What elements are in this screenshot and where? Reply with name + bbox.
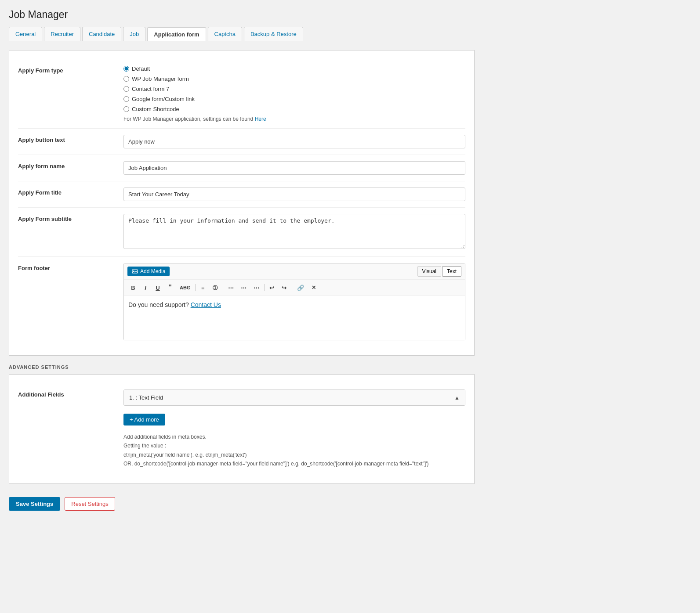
apply-form-name-row: Apply form name — [18, 155, 465, 181]
tab-job[interactable]: Job — [123, 27, 145, 41]
toolbar-sep-1 — [195, 284, 196, 291]
tab-application-form[interactable]: Application form — [147, 27, 206, 41]
editor-content-text: Do you need support? — [128, 301, 189, 308]
advanced-settings-header: ADVANCED SETTINGS — [9, 364, 475, 370]
remove-button[interactable]: ✕ — [308, 283, 319, 292]
apply-form-type-label: Apply Form type — [18, 65, 123, 74]
radio-custom-shortcode-label: Custom Shortcode — [132, 106, 179, 112]
apply-form-title-control — [123, 188, 465, 201]
advanced-settings-container: Additional Fields 1. : Text Field ▲ + Ad… — [9, 374, 475, 484]
hint-line-3: ctrljm_meta('your field name'). e.g. ctr… — [123, 451, 465, 459]
radio-custom-shortcode[interactable]: Custom Shortcode — [123, 106, 465, 112]
apply-form-type-hint: For WP Job Manager application, settings… — [123, 116, 465, 122]
bold-button[interactable]: B — [127, 283, 139, 293]
radio-contact-form-7[interactable]: Contact form 7 — [123, 86, 465, 92]
strikethrough-button[interactable]: ABC — [177, 283, 193, 292]
editor-toolbar: B I U " ABC ≡ ➀ ⋯ ⋯ ⋯ ↩ ↪ — [124, 280, 465, 296]
apply-button-text-input[interactable] — [123, 135, 465, 148]
underline-button[interactable]: U — [152, 283, 163, 293]
apply-form-subtitle-label: Apply Form subtitle — [18, 214, 123, 222]
apply-form-title-label: Apply Form title — [18, 188, 123, 196]
chevron-up-icon: ▲ — [454, 395, 460, 401]
apply-form-type-row: Apply Form type Default WP Job Manager f… — [18, 59, 465, 129]
editor-content-link[interactable]: Contact Us — [191, 301, 221, 308]
apply-form-subtitle-control — [123, 214, 465, 250]
toolbar-sep-4 — [292, 284, 292, 291]
add-media-label: Add Media — [140, 268, 165, 274]
italic-button[interactable]: I — [140, 283, 151, 293]
save-settings-button[interactable]: Save Settings — [9, 497, 60, 511]
radio-google-form-label: Google form/Custom link — [132, 96, 195, 102]
tab-general[interactable]: General — [9, 27, 42, 41]
form-footer-control: Add Media Visual Text B I U " ABC — [123, 263, 465, 340]
radio-default-label: Default — [132, 65, 150, 72]
svg-rect-0 — [132, 270, 138, 273]
apply-form-subtitle-row: Apply Form subtitle — [18, 208, 465, 257]
apply-button-text-control — [123, 135, 465, 148]
additional-fields-control: 1. : Text Field ▲ + Add more Add additio… — [123, 389, 465, 469]
hint-line-2: Getting the value : — [123, 441, 465, 450]
accordion-item-1: 1. : Text Field ▲ — [123, 389, 465, 406]
nav-tabs: General Recruiter Candidate Job Applicat… — [9, 27, 475, 41]
media-icon — [132, 268, 138, 274]
align-left-button[interactable]: ⋯ — [225, 283, 237, 293]
apply-form-title-input[interactable] — [123, 188, 465, 201]
toolbar-sep-2 — [223, 284, 223, 291]
apply-form-title-row: Apply Form title — [18, 181, 465, 208]
redo-button[interactable]: ↪ — [279, 283, 290, 293]
apply-form-subtitle-textarea[interactable] — [123, 214, 465, 249]
radio-wp-job-manager[interactable]: WP Job Manager form — [123, 76, 465, 82]
page-title: Job Manager — [9, 9, 475, 21]
radio-contact-form-7-label: Contact form 7 — [132, 86, 169, 92]
add-media-button[interactable]: Add Media — [127, 267, 170, 276]
apply-form-name-label: Apply form name — [18, 161, 123, 169]
tab-recruiter[interactable]: Recruiter — [44, 27, 80, 41]
editor-view-tabs: Visual Text — [417, 266, 461, 277]
hint-text: For WP Job Manager application, settings… — [123, 116, 253, 122]
rich-text-editor: Add Media Visual Text B I U " ABC — [123, 263, 465, 340]
tab-candidate[interactable]: Candidate — [82, 27, 121, 41]
align-center-button[interactable]: ⋯ — [238, 283, 250, 293]
additional-fields-row: Additional Fields 1. : Text Field ▲ + Ad… — [18, 383, 465, 475]
hint-line-1: Add additional fields in meta boxes. — [123, 433, 465, 441]
bottom-actions: Save Settings Reset Settings — [9, 497, 475, 511]
apply-form-name-input[interactable] — [123, 161, 465, 175]
tab-backup-restore[interactable]: Backup & Restore — [244, 27, 303, 41]
align-right-button[interactable]: ⋯ — [250, 283, 262, 293]
text-tab[interactable]: Text — [442, 266, 461, 277]
form-footer-row: Form footer Add Media Vis — [18, 257, 465, 346]
additional-fields-label: Additional Fields — [18, 389, 123, 398]
hint-line-4: OR, do_shortcode('[control-job-manager-m… — [123, 459, 465, 468]
hint-link[interactable]: Here — [255, 116, 266, 122]
apply-button-text-row: Apply button text — [18, 129, 465, 155]
apply-form-name-control — [123, 161, 465, 175]
radio-default[interactable]: Default — [123, 65, 465, 72]
add-more-button[interactable]: + Add more — [123, 414, 165, 425]
blockquote-button[interactable]: " — [164, 282, 176, 293]
reset-settings-button[interactable]: Reset Settings — [65, 497, 115, 511]
editor-header: Add Media Visual Text — [124, 263, 465, 280]
apply-form-type-control: Default WP Job Manager form Contact form… — [123, 65, 465, 122]
link-button[interactable]: 🔗 — [294, 283, 307, 293]
tab-captcha[interactable]: Captcha — [208, 27, 242, 41]
accordion-header-1[interactable]: 1. : Text Field ▲ — [124, 390, 465, 405]
visual-tab[interactable]: Visual — [417, 266, 441, 277]
unordered-list-button[interactable]: ≡ — [197, 283, 209, 293]
toolbar-sep-3 — [264, 284, 265, 291]
editor-body[interactable]: Do you need support? Contact Us — [124, 296, 465, 340]
undo-button[interactable]: ↩ — [266, 283, 278, 293]
radio-google-form[interactable]: Google form/Custom link — [123, 96, 465, 102]
ordered-list-button[interactable]: ➀ — [210, 283, 221, 293]
form-footer-label: Form footer — [18, 263, 123, 271]
apply-form-type-radio-group: Default WP Job Manager form Contact form… — [123, 65, 465, 112]
radio-wp-job-manager-label: WP Job Manager form — [132, 76, 189, 82]
apply-button-text-label: Apply button text — [18, 135, 123, 143]
accordion-title-1: 1. : Text Field — [129, 394, 163, 401]
hint-block: Add additional fields in meta boxes. Get… — [123, 433, 465, 469]
settings-container: Apply Form type Default WP Job Manager f… — [9, 50, 475, 356]
